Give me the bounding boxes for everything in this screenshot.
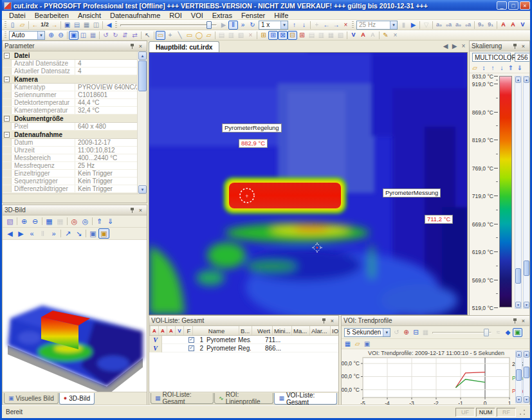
scroll-down-icon[interactable]: ▼ <box>515 302 521 308</box>
tab-next-icon[interactable]: ▶ <box>450 42 459 50</box>
roi-new-icon[interactable]: ⊞ <box>259 31 268 40</box>
param-row[interactable]: − Seriennummer C1018601 <box>3 91 137 99</box>
trend-record-icon[interactable]: ⊕ <box>401 328 411 337</box>
menu-item[interactable]: Extras <box>208 12 237 19</box>
levels-select[interactable]: 256 ▾ <box>515 53 530 62</box>
collapse-icon[interactable]: − <box>4 77 10 82</box>
copy-icon[interactable]: ▤ <box>72 21 82 30</box>
pointer-icon[interactable]: ↖ <box>143 31 152 40</box>
param-row[interactable]: − Anzahl Datensätze 4 <box>3 60 137 68</box>
shape-group-1-icon[interactable]: ▤ <box>307 31 316 40</box>
scroll-down-icon[interactable]: ▼ <box>524 302 529 308</box>
history-forward-icon[interactable]: → <box>50 21 59 30</box>
parameter-scrollbar[interactable]: ▲ ▼ <box>137 51 147 194</box>
trigger-3-icon[interactable]: a₀ <box>454 21 463 30</box>
scale-min-icon[interactable]: ↓ <box>497 64 506 73</box>
print-icon[interactable]: ▦ <box>82 21 91 30</box>
snapshot-icon[interactable]: ▣ <box>87 228 98 239</box>
trigger-6-icon[interactable]: 9₁ <box>486 21 495 30</box>
voi-label-icon[interactable]: V <box>349 31 358 40</box>
new-document-icon[interactable]: ▯ <box>8 21 17 30</box>
frequency-select[interactable]: 25 Hz ▾ <box>356 21 398 30</box>
trend-refresh-icon[interactable]: ▣ <box>513 328 522 337</box>
column-header[interactable]: Alar... <box>310 326 331 336</box>
trend-pan-icon[interactable]: ≈ <box>493 328 503 337</box>
voi-value-messung[interactable]: 711,2 °C <box>425 215 453 224</box>
paste-shape-icon[interactable]: ▧ <box>236 31 246 40</box>
scroll-down-icon[interactable]: ▼ <box>138 185 147 194</box>
delete-shape-icon[interactable]: × <box>246 31 255 40</box>
trend-chart[interactable]: VOI: Trendprofile: 2009-12-17 11:00:10 -… <box>342 349 530 405</box>
panel-close-button[interactable]: × <box>328 317 336 325</box>
param-row[interactable]: − Messbereich 400...2440 °C <box>3 154 137 162</box>
grid-view-icon[interactable]: ▦ <box>88 31 98 40</box>
open-file-icon[interactable]: ▱ <box>17 21 27 30</box>
scroll-thumb[interactable] <box>516 369 522 381</box>
copy-shape-icon[interactable]: ▥ <box>226 31 236 40</box>
menu-item[interactable]: Hilfe <box>270 12 293 19</box>
voi-label-regelung[interactable]: PyrometerRegelung <box>222 123 282 132</box>
trend-open-icon[interactable]: ▱ <box>353 340 362 349</box>
delete-annotation-icon[interactable]: × <box>390 31 400 40</box>
param-row[interactable]: − Pixel 640 x 480 <box>3 123 137 131</box>
trend-slider-thumb[interactable] <box>484 329 489 336</box>
menu-item[interactable]: Ansicht <box>73 12 105 19</box>
pin-button[interactable] <box>320 317 328 325</box>
export-image-icon[interactable]: ▣ <box>98 228 109 239</box>
marker-next-icon[interactable]: → <box>331 21 341 30</box>
toolbar-grip[interactable] <box>352 21 354 29</box>
play-3d-icon[interactable]: ▶ <box>15 228 26 239</box>
menu-item[interactable]: Datenaufnahme <box>105 12 165 19</box>
param-row[interactable]: − Datenaufnahme <box>3 131 137 139</box>
trend-scrollbar-2[interactable]: ▲ ▼ <box>523 351 530 403</box>
column-header[interactable]: IO-P... <box>331 326 338 336</box>
tab-prev-icon[interactable]: ◀ <box>441 42 450 50</box>
trend-table-icon[interactable]: ▦ <box>343 340 353 349</box>
menu-item[interactable]: VOI <box>187 12 208 19</box>
column-header[interactable]: B... <box>239 326 252 336</box>
shape-group-3-icon[interactable]: ▦ <box>326 31 336 40</box>
titlebar[interactable]: cut.irdx - PYROSOFT Professional test [O… <box>0 0 532 11</box>
roi-link-icon[interactable]: ⊠ <box>278 31 288 40</box>
frame-up-icon[interactable]: ↑ <box>289 21 299 30</box>
column-header[interactable]: Mini... <box>273 326 292 336</box>
frame-back-icon[interactable]: ◀ <box>104 21 114 30</box>
trend-setup-icon[interactable]: ⊟ <box>411 328 421 337</box>
trigger-5-icon[interactable]: 9₀ <box>476 21 486 30</box>
visible-checkbox[interactable]: ✓ <box>188 345 194 351</box>
tab-hauptbild[interactable]: Hauptbild: cut.irdx <box>149 41 219 52</box>
scroll-thumb[interactable] <box>524 367 529 378</box>
trend-position-slider[interactable] <box>432 328 491 337</box>
trend-zoom-icon[interactable]: ◆ <box>503 328 513 337</box>
trigger-stop-icon[interactable]: ▮ <box>399 21 408 30</box>
thermal-image-view[interactable]: + PyrometerRegelung 882,9 °C PyrometerMe… <box>149 52 468 315</box>
tab-roi-linienprofile[interactable]: ∿ ROI: Linienprofile <box>214 393 273 404</box>
next-sequence-icon[interactable]: ↘ <box>73 228 84 239</box>
panel-close-button[interactable]: × <box>136 206 145 214</box>
add-point-icon[interactable]: + <box>165 31 175 40</box>
column-header[interactable]: Ma... <box>292 326 310 336</box>
voi-label-messung[interactable]: PyrometerMessung <box>383 188 441 197</box>
scroll-up-icon[interactable]: ▲ <box>515 77 521 83</box>
voi-row[interactable]: V ✓ 1 Pyrometer Mes... 711... <box>149 336 338 344</box>
voi-value-regelung[interactable]: 882,9 °C <box>239 139 268 148</box>
trend-print-icon[interactable]: ▦ <box>421 328 430 337</box>
draw-polygon-icon[interactable]: ▱ <box>204 31 214 40</box>
roi-edit-icon[interactable]: ⊞ <box>268 31 278 40</box>
scroll-up-icon[interactable]: ▲ <box>516 351 522 358</box>
shape-group-2-icon[interactable]: ▥ <box>316 31 326 40</box>
param-row[interactable]: − Einzeltrigger Kein Trigger <box>3 170 137 178</box>
voi-col-icon[interactable]: V <box>176 326 184 336</box>
position-slider-thumb[interactable] <box>206 21 212 29</box>
voi-row[interactable]: V ✓ 2 Pyrometer Reg... 866... <box>149 344 338 352</box>
palette-select[interactable]: MULTICOLOR ▾ <box>472 53 511 62</box>
collapse-icon[interactable]: − <box>4 53 10 59</box>
param-row[interactable]: − Datei <box>3 51 137 60</box>
trend-scrollbar-1[interactable]: ▲ ▼ <box>515 351 522 403</box>
scroll-up-icon[interactable]: ▲ <box>524 351 529 358</box>
forward-icon[interactable]: » <box>48 228 59 239</box>
panel-close-button[interactable]: × <box>519 42 527 50</box>
pause-3d-icon[interactable]: Ⅱ <box>37 228 48 239</box>
prev-sequence-icon[interactable]: ↗ <box>62 228 73 239</box>
tab-3d-bild[interactable]: ● 3D-Bild <box>59 393 95 405</box>
